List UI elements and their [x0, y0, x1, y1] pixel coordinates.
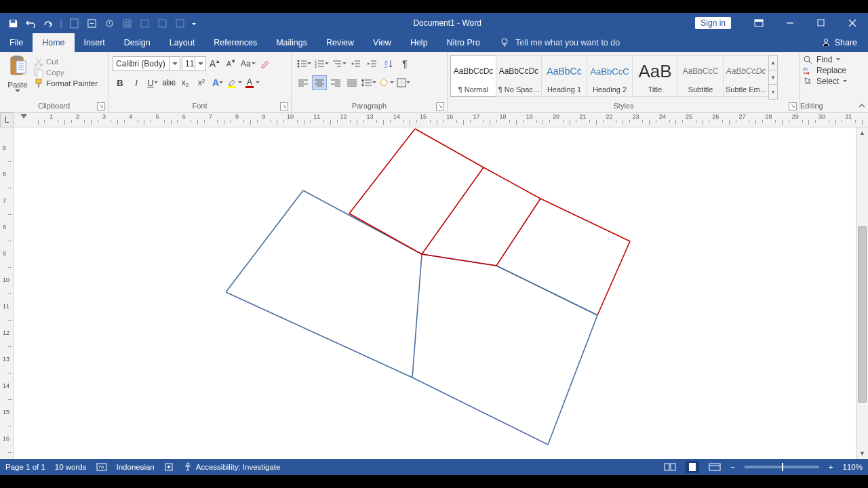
tab-help[interactable]: Help	[401, 33, 437, 52]
paste-label[interactable]: Paste	[7, 81, 27, 89]
replace-button[interactable]: ab Replace	[803, 66, 865, 75]
zoom-level[interactable]: 110%	[843, 463, 863, 471]
document-canvas[interactable]	[14, 127, 856, 459]
font-launcher[interactable]: ↘	[280, 102, 288, 110]
sort-icon[interactable]: AZ	[381, 56, 396, 71]
qa-customize-dropdown[interactable]	[189, 13, 199, 33]
styles-scroll-down-icon[interactable]: ▼	[768, 70, 778, 85]
view-read-icon[interactable]	[664, 462, 676, 472]
grow-font-icon[interactable]: A▲	[208, 56, 222, 71]
qa-table-icon[interactable]	[118, 13, 136, 33]
style-subtle-em---[interactable]: AaBbCcDcSubtle Em...	[723, 55, 768, 97]
tab-view[interactable]: View	[363, 33, 401, 52]
vertical-ruler[interactable]: 5678910111213141516	[0, 127, 14, 459]
style---no-spac---[interactable]: AaBbCcDc¶ No Spac...	[496, 55, 542, 97]
subscript-icon[interactable]: x2	[178, 75, 193, 90]
underline-icon[interactable]: U	[145, 75, 160, 90]
ribbon-display-options-icon[interactable]	[743, 13, 774, 33]
styles-scroll[interactable]: ▲ ▼ ▾	[768, 55, 778, 100]
zoom-slider-thumb[interactable]	[782, 463, 783, 471]
tab-references[interactable]: References	[204, 33, 267, 52]
status-spellcheck-icon[interactable]	[96, 462, 107, 472]
format-painter-button[interactable]: Format Painter	[34, 79, 98, 88]
tab-mailings[interactable]: Mailings	[267, 33, 317, 52]
show-hide-icon[interactable]: ¶	[397, 56, 412, 71]
font-size-combo[interactable]: 11	[182, 56, 206, 71]
qa-newdoc-icon[interactable]	[65, 13, 83, 33]
paste-dropdown-icon[interactable]	[15, 89, 20, 93]
font-name-combo[interactable]: Calibri (Body)	[113, 56, 180, 71]
align-center-icon[interactable]	[312, 75, 327, 90]
align-right-icon[interactable]	[328, 75, 343, 90]
chevron-down-icon[interactable]	[195, 57, 205, 70]
select-button[interactable]: Select	[803, 77, 865, 86]
status-page[interactable]: Page 1 of 1	[5, 463, 45, 471]
tab-layout[interactable]: Layout	[160, 33, 205, 52]
styles-expand-icon[interactable]: ▾	[768, 84, 778, 100]
undo-icon[interactable]	[22, 13, 39, 33]
tab-selector[interactable]: L	[0, 113, 14, 127]
scroll-down-icon[interactable]: ▼	[856, 448, 868, 459]
sign-in-button[interactable]: Sign in	[695, 17, 731, 29]
bold-icon[interactable]: B	[113, 75, 127, 90]
strikethrough-icon[interactable]: abc	[161, 75, 176, 90]
qa-doc-icon[interactable]	[100, 13, 118, 33]
first-line-indent-marker[interactable]	[20, 114, 27, 119]
find-button[interactable]: Find	[803, 55, 865, 64]
multilevel-list-icon[interactable]	[331, 56, 347, 71]
view-print-icon[interactable]	[686, 461, 699, 473]
save-icon[interactable]	[4, 13, 22, 33]
zoom-out-icon[interactable]: −	[730, 463, 735, 471]
increase-indent-icon[interactable]	[365, 56, 380, 71]
redo-icon[interactable]	[39, 13, 57, 33]
style-title[interactable]: AaBTitle	[632, 55, 678, 97]
paste-icon[interactable]	[6, 55, 29, 79]
align-left-icon[interactable]	[296, 75, 311, 90]
clipboard-launcher[interactable]: ↘	[97, 102, 105, 110]
style---normal[interactable]: AaBbCcDc¶ Normal	[450, 55, 496, 97]
tab-review[interactable]: Review	[317, 33, 363, 52]
tell-me-search[interactable]: Tell me what you want to do	[490, 33, 620, 52]
maximize-icon[interactable]	[806, 13, 837, 33]
highlight-icon[interactable]	[226, 75, 243, 90]
bullets-icon[interactable]	[296, 56, 312, 71]
clear-formatting-icon[interactable]	[258, 56, 273, 71]
horizontal-ruler[interactable]: L 12345678910111213141516171819202122232…	[0, 113, 868, 127]
styles-launcher[interactable]: ↘	[789, 102, 797, 110]
status-accessibility[interactable]: Accessibility: Investigate	[183, 462, 281, 472]
italic-icon[interactable]: I	[129, 75, 144, 90]
styles-gallery[interactable]: AaBbCcDc¶ NormalAaBbCcDc¶ No Spac...AaBb…	[450, 55, 768, 100]
shrink-font-icon[interactable]: A▼	[224, 56, 239, 71]
status-language[interactable]: Indonesian	[117, 463, 155, 471]
tab-design[interactable]: Design	[115, 33, 160, 52]
tab-home[interactable]: Home	[33, 33, 74, 52]
view-web-icon[interactable]	[709, 462, 721, 472]
tab-file[interactable]: File	[0, 33, 33, 52]
borders-icon[interactable]	[396, 75, 411, 90]
text-effects-icon[interactable]: A	[210, 75, 225, 90]
superscript-icon[interactable]: x2	[194, 75, 209, 90]
line-spacing-icon[interactable]	[361, 75, 377, 90]
scroll-up-icon[interactable]: ▲	[856, 127, 868, 138]
numbering-icon[interactable]: 123	[313, 56, 330, 71]
font-color-icon[interactable]: A	[244, 75, 260, 90]
paragraph-launcher[interactable]: ↘	[436, 102, 444, 110]
close-icon[interactable]	[837, 13, 868, 33]
styles-scroll-up-icon[interactable]: ▲	[768, 55, 778, 70]
shading-icon[interactable]	[378, 75, 395, 90]
tab-insert[interactable]: Insert	[75, 33, 115, 52]
chevron-down-icon[interactable]	[169, 57, 180, 70]
decrease-indent-icon[interactable]	[349, 56, 363, 71]
status-macro-icon[interactable]	[164, 462, 174, 472]
status-words[interactable]: 10 words	[55, 463, 87, 471]
tab-nitro[interactable]: Nitro Pro	[437, 33, 490, 52]
qa-extra3-icon[interactable]	[171, 13, 189, 33]
style-subtitle[interactable]: AaBbCcCSubtitle	[677, 55, 724, 97]
zoom-in-icon[interactable]: +	[829, 463, 833, 471]
style-heading-1[interactable]: AaBbCcHeading 1	[541, 55, 587, 97]
justify-icon[interactable]	[344, 75, 359, 90]
style-heading-2[interactable]: AaBbCcCHeading 2	[587, 55, 633, 97]
change-case-icon[interactable]: Aa	[240, 56, 256, 71]
zoom-slider[interactable]	[745, 466, 819, 468]
share-button[interactable]: Share	[810, 33, 868, 52]
